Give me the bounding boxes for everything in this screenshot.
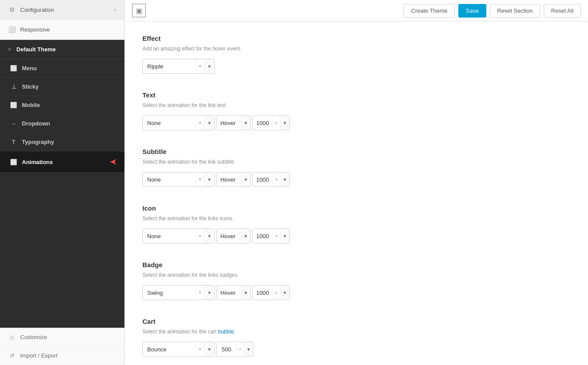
text-duration-value: 1000 [253, 120, 273, 126]
sidebar-item-label: Responsive [20, 26, 50, 33]
text-duration-drop-btn[interactable]: ▼ [280, 116, 289, 130]
text-duration-wrap: 1000 × ▼ [252, 115, 290, 130]
icon-select-value: None [143, 233, 195, 240]
badge-duration-drop-btn[interactable]: ▼ [280, 286, 289, 300]
sidebar-bottom: ◇ Customize ↺ Import / Export [0, 328, 124, 365]
active-arrow-icon: ➤ [110, 157, 117, 167]
subtitle-select-wrap: None × ▼ [142, 172, 215, 187]
effect-drop-btn[interactable]: ▼ [204, 59, 214, 73]
icon-trigger-wrap: Hover ▼ [216, 229, 251, 243]
cart-clear-btn[interactable]: × [195, 342, 204, 356]
effect-clear-btn[interactable]: × [195, 59, 204, 73]
subtitle-trigger-value: Hover [217, 176, 241, 183]
subtitle-clear-btn[interactable]: × [195, 172, 204, 186]
sidebar-item-label: Configuration [20, 7, 54, 13]
cart-drop-btn[interactable]: ▼ [204, 342, 214, 356]
section-cart: Cart Select the animation for the cart b… [142, 318, 570, 357]
icon-trigger-value: Hover [217, 233, 241, 240]
section-effect: Effect Add an amazing effect for the hov… [142, 35, 570, 74]
cart-select-wrap: Bounce × ▼ [142, 342, 215, 357]
nav-item-label: Animations [22, 159, 53, 165]
icon-clear-btn[interactable]: × [195, 229, 204, 243]
text-trigger-wrap: Hover ▼ [216, 115, 251, 130]
cart-duration-value: 500 [217, 346, 236, 353]
sidebar-item-dropdown[interactable]: ↔ Dropdown [0, 115, 124, 133]
section-text: Text Select the animation for the link t… [142, 91, 570, 130]
section-effect-title: Effect [142, 35, 570, 42]
icon-duration-wrap: 1000 × ▼ [252, 229, 290, 243]
reset-all-button[interactable]: Reset All [544, 4, 581, 18]
subtitle-duration-clear-btn[interactable]: × [273, 172, 280, 186]
badge-drop-btn[interactable]: ▼ [204, 286, 214, 300]
badge-trigger-drop-btn[interactable]: ▼ [241, 286, 250, 300]
section-icon: Icon Select the animation for the links … [142, 204, 570, 243]
text-clear-btn[interactable]: × [195, 116, 204, 130]
icon-trigger-drop-btn[interactable]: ▼ [241, 229, 250, 243]
section-badge-desc: Select the animation for the links badge… [142, 271, 570, 279]
icon-duration-value: 1000 [253, 233, 273, 240]
effect-controls: Ripple × ▼ [142, 59, 570, 74]
icon-duration-clear-btn[interactable]: × [273, 229, 280, 243]
animations-icon: ⬜ [10, 159, 18, 165]
section-badge-title: Badge [142, 261, 570, 268]
sidebar-item-sticky[interactable]: ⊥ Sticky [0, 78, 124, 96]
sidebar-item-typography[interactable]: T Typography [0, 133, 124, 151]
badge-clear-btn[interactable]: × [195, 286, 204, 300]
text-duration-clear-btn[interactable]: × [273, 116, 280, 130]
sidebar-item-responsive[interactable]: ⬜ Responsive [0, 20, 124, 39]
sidebar-item-mobile[interactable]: ⬜ Mobile [0, 96, 124, 115]
sidebar-item-configuration[interactable]: ⚙ Configuration + [0, 0, 124, 20]
sidebar-item-menu[interactable]: ⬜ Menu [0, 59, 124, 78]
text-drop-btn[interactable]: ▼ [204, 116, 214, 130]
section-effect-desc: Add an amazing effect for the hover even… [142, 45, 570, 53]
subtitle-trigger-drop-btn[interactable]: ▼ [241, 172, 250, 186]
badge-duration-wrap: 1000 × ▼ [252, 285, 290, 300]
mobile-icon: ⬜ [10, 102, 18, 108]
subtitle-drop-btn[interactable]: ▼ [204, 172, 214, 186]
drag-icon: ≡ [8, 46, 11, 53]
toolbar: ▣ Create Theme Save Reset Section Reset … [125, 0, 588, 21]
badge-duration-clear-btn[interactable]: × [273, 286, 280, 300]
subtitle-duration-value: 1000 [253, 176, 273, 183]
sticky-icon: ⊥ [10, 83, 18, 90]
import-export-icon: ↺ [8, 352, 16, 359]
subtitle-select-value: None [143, 176, 195, 183]
toolbar-logo: ▣ [132, 4, 146, 18]
effect-select-value: Ripple [143, 63, 195, 70]
section-badge: Badge Select the animation for the links… [142, 261, 570, 300]
nav-item-label: Typography [22, 139, 54, 145]
customize-icon: ◇ [8, 334, 16, 340]
cart-duration-drop-btn[interactable]: ▼ [244, 342, 253, 356]
sidebar-top: ⚙ Configuration + ⬜ Responsive [0, 0, 124, 40]
cart-controls: Bounce × ▼ 500 × ▼ [142, 342, 570, 357]
save-button[interactable]: Save [458, 4, 486, 18]
cart-desc-link[interactable]: bubble. [218, 329, 235, 335]
sidebar-item-customize[interactable]: ◇ Customize [0, 328, 124, 347]
reset-section-button[interactable]: Reset Section [490, 4, 540, 18]
theme-header: ≡ Default Theme [0, 40, 124, 59]
subtitle-duration-drop-btn[interactable]: ▼ [280, 172, 289, 186]
subtitle-trigger-wrap: Hover ▼ [216, 172, 251, 187]
icon-select-wrap: None × ▼ [142, 229, 215, 243]
icon-drop-btn[interactable]: ▼ [204, 229, 214, 243]
nav-item-label: Dropdown [22, 120, 50, 127]
badge-select-value: Swing [143, 290, 195, 296]
sidebar-bottom-label: Import / Export [20, 352, 57, 359]
theme-header-label: Default Theme [17, 46, 56, 53]
section-subtitle-desc: Select the animation for the link subtit… [142, 158, 570, 166]
create-theme-button[interactable]: Create Theme [404, 4, 455, 18]
menu-icon: ⬜ [10, 65, 18, 72]
gear-icon: ⚙ [8, 6, 16, 13]
text-trigger-drop-btn[interactable]: ▼ [241, 116, 250, 130]
cart-duration-clear-btn[interactable]: × [236, 342, 244, 356]
badge-select-wrap: Swing × ▼ [142, 285, 215, 300]
sidebar-item-import-export[interactable]: ↺ Import / Export [0, 347, 124, 365]
subtitle-controls: None × ▼ Hover ▼ 1000 × ▼ [142, 172, 570, 187]
icon-duration-drop-btn[interactable]: ▼ [280, 229, 289, 243]
section-subtitle-title: Subtitle [142, 148, 570, 155]
sidebar-dark: ≡ Default Theme ⬜ Menu ⊥ Sticky ⬜ Mobile… [0, 40, 124, 328]
sidebar-item-animations[interactable]: ⬜ Animations ➤ [0, 151, 124, 173]
nav-item-label: Sticky [22, 83, 39, 90]
nav-item-label: Mobile [22, 102, 40, 108]
section-icon-title: Icon [142, 204, 570, 212]
